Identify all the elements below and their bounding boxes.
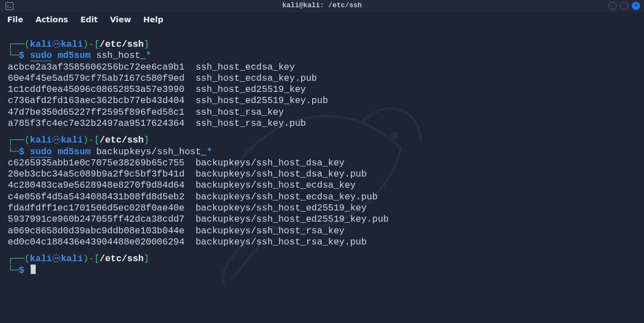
menu-view[interactable]: View [110, 15, 131, 25]
ps1-line: ┌──(kalikali)-[/etc/ssh] [8, 39, 636, 50]
command-block: ┌──(kalikali)-[/etc/ssh] └─$ sudo md5sum… [8, 135, 636, 248]
command-line-active[interactable]: └─$ [8, 265, 636, 276]
command-line: └─$ sudo md5sum backupkeys/ssh_host_* [8, 146, 636, 158]
ps1-line: ┌──(kalikali)-[/etc/ssh] [8, 253, 636, 265]
output-row: acbce2a3af3585606256bc72ee6ca9b1 ssh_hos… [8, 62, 636, 73]
minimize-button[interactable] [608, 2, 617, 10]
close-button[interactable] [632, 2, 640, 10]
output-row: 60e4f45e5ad579cf75ab7167c580f9ed ssh_hos… [8, 73, 636, 84]
terminal-app-icon [5, 2, 14, 11]
output-row: 4c280483ca9e5628948e8270f9d84d64 backupk… [8, 180, 636, 191]
output-row: a785f3fc4ec7e32b2497aa9517624364 ssh_hos… [8, 118, 636, 129]
menu-edit[interactable]: Edit [80, 15, 98, 25]
menu-actions[interactable]: Actions [36, 15, 69, 25]
command-block: ┌──(kalikali)-[/etc/ssh] └─$ sudo md5sum… [8, 39, 636, 129]
output-row: 5937991ce960b247055ff42dca38cdd7 backupk… [8, 214, 636, 225]
menu-bar: File Actions Edit View Help [0, 12, 644, 28]
output-row: 1c1cddf0ea45096c08652853a57e3990 ssh_hos… [8, 84, 636, 95]
output-row: 28eb3cbc34a5c089b9a2f9c5bf3fb41d backupk… [8, 169, 636, 180]
skull-icon [52, 40, 60, 48]
output-row: c6265935abb1e0c7075e38269b65c755 backupk… [8, 158, 636, 169]
menu-file[interactable]: File [7, 15, 23, 25]
output-row: c736afd2fd163aec362bcb77eb43d404 ssh_hos… [8, 95, 636, 106]
output-row: fdadfdff1ec1701506d5ec028f0ae40e backupk… [8, 203, 636, 214]
svg-rect-1 [6, 3, 13, 10]
ps1-line: ┌──(kalikali)-[/etc/ssh] [8, 135, 636, 146]
skull-icon [52, 255, 60, 262]
output-row: c4e056f4d5a5434088431b08fd8d5eb2 backupk… [8, 192, 636, 203]
title-bar: kali@kali: /etc/ssh [0, 0, 644, 12]
cursor [31, 265, 36, 274]
terminal-output[interactable]: ┌──(kalikali)-[/etc/ssh] └─$ sudo md5sum… [0, 28, 644, 286]
menu-help[interactable]: Help [143, 15, 163, 25]
maximize-button[interactable] [620, 2, 628, 10]
skull-icon [52, 136, 60, 144]
window-title: kali@kali: /etc/ssh [0, 2, 644, 10]
command-line: └─$ sudo md5sum ssh_host_* [8, 50, 636, 61]
output-row: a069c8658d0d39abc9ddb08e103b044e backupk… [8, 226, 636, 237]
output-row: 47d7be350d65227ff2595f896fed58c1 ssh_hos… [8, 107, 636, 118]
output-row: ed0c04c188436e43904488e020006294 backupk… [8, 237, 636, 248]
command-block: ┌──(kalikali)-[/etc/ssh] └─$ [8, 253, 636, 277]
